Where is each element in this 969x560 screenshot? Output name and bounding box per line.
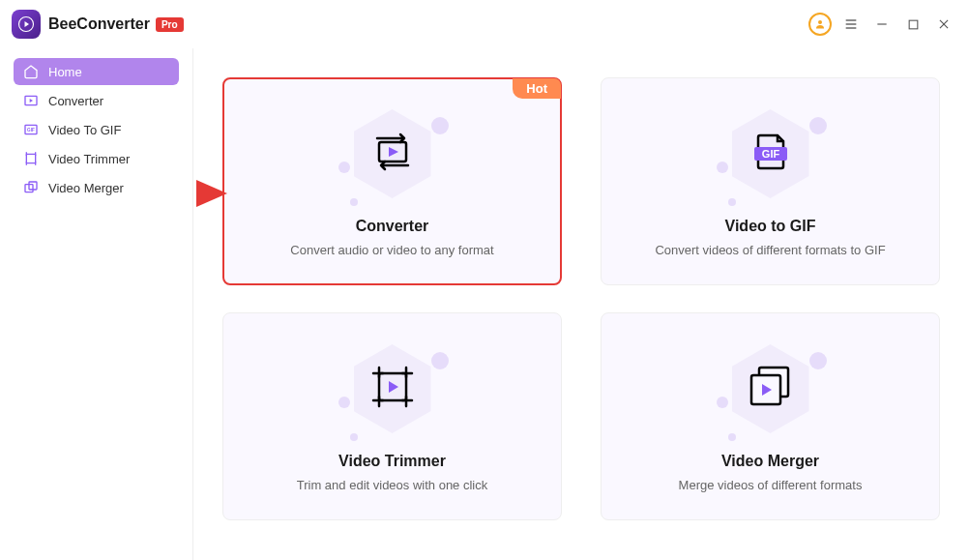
converter-card-icon [369, 129, 416, 179]
converter-icon [23, 93, 39, 108]
svg-point-1 [818, 20, 822, 24]
user-button[interactable] [807, 11, 834, 38]
sidebar-item-label: Home [48, 65, 82, 79]
sidebar: Home Converter GIF Video To GIF Video Tr… [0, 48, 193, 560]
card-videotogif[interactable]: GIF Video to GIF Convert videos of diffe… [601, 77, 940, 285]
minimize-icon [875, 17, 889, 31]
card-desc: Merge videos of different formats [679, 478, 863, 492]
sidebar-item-videotogif[interactable]: GIF Video To GIF [14, 116, 179, 143]
home-icon [23, 64, 39, 79]
svg-text:GIF: GIF [27, 128, 35, 133]
merger-icon [23, 180, 39, 195]
card-desc: Convert audio or video to any format [290, 243, 493, 257]
titlebar: BeeConverter Pro [0, 0, 969, 48]
svg-text:GIF: GIF [761, 148, 779, 160]
user-icon [808, 13, 832, 36]
gif-icon: GIF [23, 122, 39, 137]
pro-badge: Pro [156, 17, 184, 32]
card-title: Video to GIF [725, 218, 816, 235]
merger-card-icon [746, 362, 796, 416]
menu-icon [843, 16, 859, 32]
sidebar-item-home[interactable]: Home [14, 58, 179, 85]
sidebar-item-converter[interactable]: Converter [14, 87, 179, 114]
maximize-button[interactable] [899, 11, 926, 38]
card-trimmer[interactable]: Video Trimmer Trim and edit videos with … [222, 312, 562, 520]
sidebar-item-label: Video Merger [48, 181, 124, 195]
sidebar-item-trimmer[interactable]: Video Trimmer [14, 145, 179, 172]
menu-button[interactable] [837, 11, 865, 38]
trimmer-icon [23, 151, 39, 166]
sidebar-item-merger[interactable]: Video Merger [14, 174, 179, 201]
card-title: Video Merger [721, 453, 819, 470]
minimize-button[interactable] [868, 11, 896, 38]
trimmer-card-icon [369, 364, 416, 414]
app-logo [12, 10, 41, 39]
card-converter[interactable]: Hot Converter Convert audio or video to … [222, 77, 562, 285]
card-desc: Convert videos of different formats to G… [655, 243, 885, 257]
sidebar-item-label: Video Trimmer [48, 152, 130, 166]
app-name: BeeConverter [48, 15, 150, 33]
close-button[interactable] [930, 11, 957, 38]
svg-rect-6 [909, 20, 918, 29]
main-content: Hot Converter Convert audio or video to … [193, 48, 969, 560]
card-title: Video Trimmer [338, 453, 446, 470]
sidebar-item-label: Video To GIF [48, 123, 121, 137]
maximize-icon [907, 18, 920, 31]
svg-rect-12 [26, 154, 35, 162]
card-desc: Trim and edit videos with one click [297, 478, 488, 492]
hot-badge: Hot [513, 78, 561, 99]
sidebar-item-label: Converter [48, 94, 103, 108]
card-title: Converter [356, 218, 429, 235]
card-merger[interactable]: Video Merger Merge videos of different f… [601, 312, 940, 520]
close-icon [937, 17, 951, 31]
gif-card-icon: GIF [747, 128, 795, 180]
